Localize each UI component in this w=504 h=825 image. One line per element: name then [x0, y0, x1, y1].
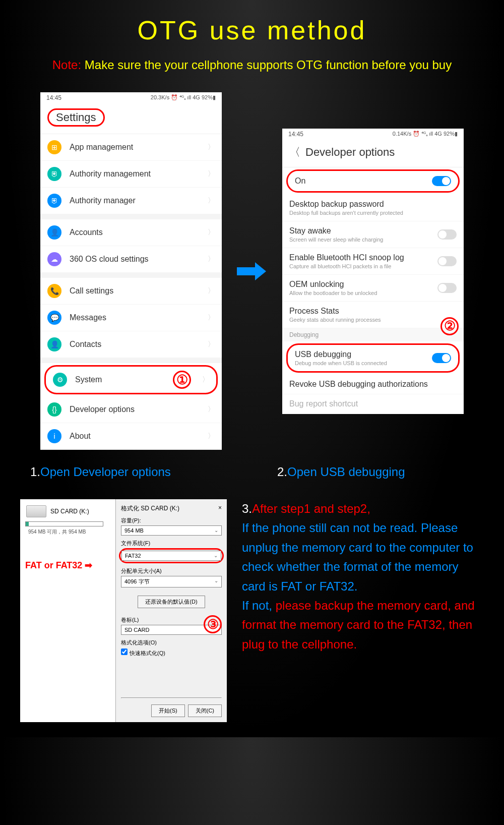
cloud-settings-item[interactable]: ☁ 360 OS cloud settings 〉: [40, 246, 222, 273]
debugging-section: Debugging ②: [282, 328, 464, 341]
authority-manager-label: Authority manager: [70, 196, 208, 205]
contacts-label: Contacts: [70, 340, 208, 349]
chevron-right-icon: 〉: [208, 340, 215, 349]
bug-report-item[interactable]: Bug report shortcut: [282, 394, 464, 414]
format-dialog-wrapper: SD CARD (K:) 954 MB 可用，共 954 MB 格式化 SD C…: [20, 499, 227, 722]
back-icon[interactable]: 〈: [289, 145, 300, 160]
filesystem-value: FAT32: [125, 553, 141, 559]
bt-snoop-sub: Capture all bluetooth HCI packets in a f…: [289, 263, 437, 269]
call-settings-item[interactable]: 📞 Call settings 〉: [40, 278, 222, 305]
chevron-right-icon: 〉: [208, 255, 215, 264]
caption-2: 2.Open USB debugging: [277, 465, 474, 479]
status-icons: 0.14K/s ⏰ ⁴ᴳ｡ıll 4G 92%▮: [393, 131, 458, 138]
oem-unlock-toggle[interactable]: [437, 283, 457, 293]
cloud-settings-icon: ☁: [47, 252, 61, 266]
stay-awake-item[interactable]: Stay awakeScreen will never sleep while …: [282, 221, 464, 248]
stay-awake-sub: Screen will never sleep while charging: [289, 237, 437, 243]
options-label: 格式化选项(O): [121, 639, 222, 646]
filesystem-label: 文件系统(F): [121, 540, 222, 547]
time: 14:45: [46, 94, 61, 101]
alloc-value: 4096 字节: [124, 578, 150, 585]
app-management-item[interactable]: ⊞ App management 〉: [40, 134, 222, 161]
authority-management-item[interactable]: ⛨ Authority management 〉: [40, 161, 222, 188]
note-label: Note:: [52, 58, 81, 72]
revoke-usb-item[interactable]: Revoke USB debugging authorizations: [282, 375, 464, 394]
chevron-down-icon: ⌄: [214, 527, 218, 534]
developer-options-item[interactable]: {} Developer options 〉: [40, 396, 222, 423]
capacity-label: 容量(P):: [121, 517, 222, 524]
system-item[interactable]: ⚙ System ① 〉: [46, 367, 216, 393]
call-settings-icon: 📞: [47, 284, 61, 298]
chevron-right-icon: 〉: [208, 228, 215, 237]
bt-snoop-toggle[interactable]: [437, 256, 457, 266]
settings-title-highlight: Settings: [47, 108, 105, 127]
phone-settings: 14:45 20.3K/s ⏰ ⁴ᴳ｡ıll 4G 92%▮ Settings …: [40, 92, 222, 450]
about-item[interactable]: i About 〉: [40, 423, 222, 450]
process-stats-label: Process Stats: [289, 307, 457, 316]
status-icons: 20.3K/s ⏰ ⁴ᴳ｡ıll 4G 92%▮: [151, 94, 216, 101]
usb-toggle[interactable]: [432, 353, 451, 363]
quick-format-checkbox[interactable]: 快速格式化(Q): [121, 649, 222, 657]
caption-1: 1.Open Developer options: [30, 465, 227, 479]
chevron-down-icon: ⌄: [214, 578, 218, 585]
badge-3: ③: [204, 615, 222, 633]
format-panel: SD CARD (K:) 954 MB 可用，共 954 MB 格式化 SD C…: [20, 499, 227, 722]
accounts-item[interactable]: 👤 Accounts 〉: [40, 219, 222, 246]
contacts-item[interactable]: 👤 Contacts 〉: [40, 331, 222, 358]
developer-options-icon: {}: [47, 402, 61, 417]
capacity-select[interactable]: 954 MB⌄: [121, 525, 222, 536]
about-icon: i: [47, 429, 61, 443]
step3-num: 3.: [242, 502, 252, 515]
section-gap: [40, 214, 222, 219]
start-button[interactable]: 开始(S): [151, 704, 185, 717]
cap1-num: 1.: [30, 465, 40, 479]
note-text: Make sure the your cellphone supports OT…: [81, 58, 452, 72]
bt-snoop-item[interactable]: Enable Bluetooth HCI snoop logCapture al…: [282, 248, 464, 275]
call-settings-label: Call settings: [70, 286, 208, 296]
alloc-label: 分配单元大小(A): [121, 567, 222, 575]
status-bar: 14:45 0.14K/s ⏰ ⁴ᴳ｡ıll 4G 92%▮: [282, 129, 464, 140]
dev-header: 〈 Developer options: [282, 140, 464, 167]
messages-icon: 💬: [47, 311, 61, 325]
dialog-title: 格式化 SD CARD (K:): [121, 504, 179, 513]
volume-value: SD CARD: [124, 627, 150, 633]
on-toggle[interactable]: [432, 176, 451, 186]
desktop-backup-item[interactable]: Desktop backup passwordDesktop full back…: [282, 195, 464, 221]
stay-awake-label: Stay awake: [289, 226, 437, 235]
debugging-label: Debugging: [289, 331, 319, 338]
usb-debugging-highlight: USB debugging Debug mode when USB is con…: [286, 343, 460, 373]
drive-bar: [25, 521, 103, 526]
close-icon[interactable]: ×: [218, 504, 222, 513]
drive-sub: 954 MB 可用，共 954 MB: [28, 528, 111, 536]
filesystem-select[interactable]: FAT32⌄: [121, 551, 221, 561]
messages-item[interactable]: 💬 Messages 〉: [40, 305, 222, 331]
contacts-icon: 👤: [47, 337, 61, 351]
usb-debugging-item[interactable]: USB debugging Debug mode when USB is con…: [288, 345, 458, 371]
restore-defaults-button[interactable]: 还原设备的默认值(D): [138, 596, 205, 608]
stay-awake-toggle[interactable]: [437, 229, 457, 240]
alloc-select[interactable]: 4096 字节⌄: [121, 576, 222, 587]
accounts-label: Accounts: [70, 228, 208, 237]
oem-unlock-item[interactable]: OEM unlockingAllow the bootloader to be …: [282, 275, 464, 302]
revoke-usb-label: Revoke USB debugging authorizations: [289, 380, 457, 389]
app-management-label: App management: [70, 143, 208, 152]
chevron-right-icon: 〉: [208, 196, 215, 205]
drive-entry[interactable]: SD CARD (K:): [24, 503, 111, 519]
cloud-settings-label: 360 OS cloud settings: [70, 255, 208, 264]
chevron-right-icon: 〉: [208, 405, 215, 414]
step3-text: 3.After step1 and step2, If the phone st…: [242, 499, 484, 722]
close-button[interactable]: 关闭(C): [188, 704, 222, 717]
phone-developer-options: 14:45 0.14K/s ⏰ ⁴ᴳ｡ıll 4G 92%▮ 〈 Develop…: [282, 129, 464, 414]
authority-manager-item[interactable]: ⛨ Authority manager 〉: [40, 188, 222, 214]
desktop-backup-sub: Desktop full backups aren't currently pr…: [289, 210, 457, 216]
bt-snoop-label: Enable Bluetooth HCI snoop log: [289, 253, 437, 262]
dev-on-item[interactable]: On: [288, 171, 458, 191]
app-management-icon: ⊞: [47, 140, 61, 154]
authority-management-icon: ⛨: [47, 167, 61, 181]
badge-1: ①: [173, 371, 191, 389]
developer-options-label: Developer options: [70, 405, 208, 414]
process-stats-item[interactable]: Process StatsGeeky stats about running p…: [282, 302, 464, 328]
quick-format-label: 快速格式化(Q): [130, 650, 165, 656]
oem-unlock-label: OEM unlocking: [289, 280, 437, 289]
chevron-right-icon: 〉: [208, 313, 215, 322]
